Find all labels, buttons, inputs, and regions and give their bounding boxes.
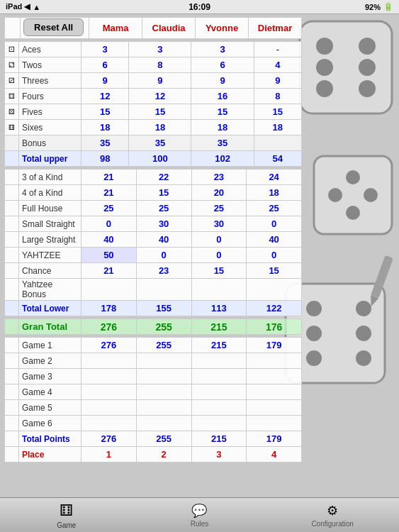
icon-fives: ⚄ (5, 104, 19, 120)
game2-v1 (82, 353, 137, 369)
sixes-v2: 18 (129, 120, 191, 135)
label-yahtzee-bonus: Yahtzee Bonus (19, 279, 82, 301)
header-table: Reset All Mama Claudia Yvonne Dietmar (4, 17, 302, 39)
tab-config-label: Configuration (311, 520, 353, 528)
svg-point-6 (359, 80, 376, 97)
total-lower-v1: 178 (82, 301, 137, 316)
total-upper-icon (5, 151, 19, 167)
gran-total-icon (5, 319, 19, 335)
row-chance: Chance 21 23 15 15 (5, 263, 302, 279)
yahtzee-bonus-v4 (247, 279, 302, 301)
place-v3: 3 (191, 447, 247, 462)
row-bonus: Bonus 35 35 35 (5, 135, 302, 151)
chance-v1: 21 (82, 263, 137, 279)
label-game5: Game 5 (19, 400, 82, 416)
fours-v2: 12 (129, 89, 191, 104)
label-bonus: Bonus (19, 135, 82, 151)
label-total-upper: Total upper (19, 151, 82, 167)
small-straight-v2: 30 (136, 216, 191, 232)
total-upper-v3: 102 (191, 151, 254, 167)
yahtzee-bonus-v3 (191, 279, 247, 301)
game5-v3 (191, 400, 247, 416)
label-fives: Fives (19, 104, 82, 120)
label-large-straight: Large Straight (19, 232, 82, 248)
reset-cell[interactable]: Reset All (21, 18, 89, 39)
battery-icon: 🔋 (383, 2, 393, 11)
tab-rules[interactable]: 💬 Rules (171, 503, 227, 528)
row-game4: Game 4 (5, 384, 302, 400)
row-large-straight: Large Straight 40 40 0 40 (5, 232, 302, 248)
row-game1: Game 1 276 255 215 179 (5, 338, 302, 353)
label-4kind: 4 of a Kind (19, 185, 82, 201)
aces-v1: 3 (82, 42, 129, 57)
svg-rect-7 (314, 156, 392, 234)
svg-point-4 (359, 59, 376, 76)
label-place: Place (19, 447, 82, 462)
tab-configuration[interactable]: ⚙ Configuration (304, 503, 361, 528)
label-game2: Game 2 (19, 353, 82, 369)
4kind-v3: 20 (191, 185, 247, 201)
twos-v1: 6 (82, 57, 129, 73)
small-straight-v4: 0 (247, 216, 302, 232)
gran-total-v2: 255 (136, 319, 191, 335)
row-game2: Game 2 (5, 353, 302, 369)
row-twos: ⚁ Twos 6 8 6 4 (5, 57, 302, 73)
yahtzee-v4: 0 (247, 248, 302, 263)
total-lower-v4: 122 (247, 301, 302, 316)
score-container: Reset All Mama Claudia Yvonne Dietmar ⚀ … (4, 17, 302, 462)
reset-button[interactable]: Reset All (23, 18, 84, 36)
gran-total-table: Gran Total 276 255 215 176 (4, 318, 302, 335)
bonus-v2: 35 (129, 135, 191, 151)
yahtzee-icon (5, 248, 19, 263)
game6-v2 (136, 416, 191, 431)
label-total-points: Total Points (19, 431, 82, 447)
total-upper-v4: 54 (254, 151, 301, 167)
game1-icon (5, 338, 19, 353)
icon-twos: ⚁ (5, 57, 19, 73)
game4-v3 (191, 384, 247, 400)
row-sixes: ⚅ Sixes 18 18 18 18 (5, 120, 302, 135)
yahtzee-v1: 50 (82, 248, 137, 263)
svg-point-3 (316, 59, 333, 76)
threes-v2: 9 (129, 73, 191, 89)
gran-total-v1: 276 (82, 319, 137, 335)
tab-game-label: Game (57, 521, 76, 529)
fullhouse-icon (5, 201, 19, 216)
label-game6: Game 6 (19, 416, 82, 431)
small-straight-v1: 0 (82, 216, 137, 232)
aces-v4: - (254, 42, 301, 57)
games-table: Game 1 276 255 215 179 Game 2 Game 3 Gam… (4, 337, 302, 462)
threes-v3: 9 (191, 73, 254, 89)
game5-v1 (82, 400, 137, 416)
fullhouse-v3: 25 (191, 201, 247, 216)
label-3kind: 3 of a Kind (19, 170, 82, 185)
row-4kind: 4 of a Kind 21 15 20 18 (5, 185, 302, 201)
total-points-v3: 215 (191, 431, 247, 447)
large-straight-v4: 40 (247, 232, 302, 248)
large-straight-v1: 40 (82, 232, 137, 248)
battery-label: 92% (365, 3, 381, 11)
svg-point-2 (359, 38, 376, 55)
fullhouse-v1: 25 (82, 201, 137, 216)
large-straight-v3: 0 (191, 232, 247, 248)
row-total-upper: Total upper 98 100 102 54 (5, 151, 302, 167)
header-icon-cell (5, 18, 21, 39)
icon-aces: ⚀ (5, 42, 19, 57)
fours-v1: 12 (82, 89, 129, 104)
row-aces: ⚀ Aces 3 3 3 - (5, 42, 302, 57)
bonus-v3: 35 (191, 135, 254, 151)
row-gran-total: Gran Total 276 255 215 176 (5, 319, 302, 335)
label-yahtzee: YAHTZEE (19, 248, 82, 263)
chance-icon (5, 263, 19, 279)
fives-v4: 15 (254, 104, 301, 120)
label-gran-total: Gran Total (19, 319, 82, 335)
bonus-icon-cell (5, 135, 19, 151)
chance-v4: 15 (247, 263, 302, 279)
game4-v4 (247, 384, 302, 400)
3kind-v3: 23 (191, 170, 247, 185)
svg-point-8 (346, 170, 360, 184)
row-fullhouse: Full House 25 25 25 25 (5, 201, 302, 216)
label-chance: Chance (19, 263, 82, 279)
fullhouse-v4: 25 (247, 201, 302, 216)
tab-game[interactable]: ⚅ Game (38, 501, 95, 529)
